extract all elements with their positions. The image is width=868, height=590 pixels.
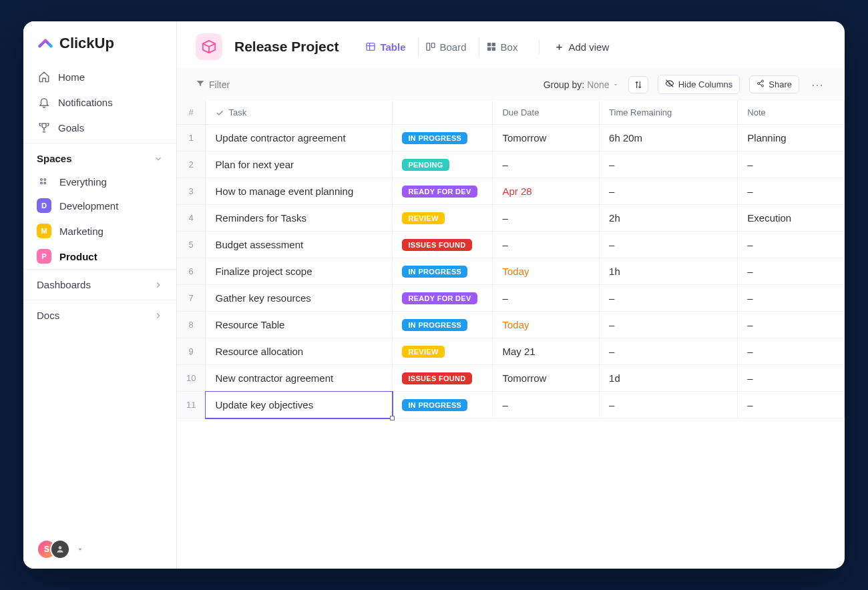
sidebar-item-marketing[interactable]: MMarketing xyxy=(23,218,176,244)
due-date-cell[interactable]: – xyxy=(493,152,600,178)
table-row[interactable]: 1Update contractor agreementIN PROGRESST… xyxy=(177,125,845,152)
logo[interactable]: ClickUp xyxy=(23,21,176,61)
column-header[interactable]: Task xyxy=(206,101,393,125)
status-cell[interactable]: IN PROGRESS xyxy=(393,125,493,152)
task-cell[interactable]: Finalize project scope xyxy=(206,258,393,285)
tab-box[interactable]: Box xyxy=(479,37,525,57)
due-date-cell[interactable]: Tomorrow xyxy=(493,365,600,392)
column-header[interactable]: Due Date xyxy=(493,101,600,125)
status-cell[interactable]: IN PROGRESS xyxy=(393,258,493,285)
groupby-selector[interactable]: Group by: None xyxy=(544,79,619,90)
note-cell[interactable]: – xyxy=(738,178,845,205)
task-cell[interactable]: Plan for next year xyxy=(206,152,393,178)
time-remaining-cell[interactable]: 2h xyxy=(600,205,738,232)
status-cell[interactable]: REVIEW xyxy=(393,205,493,232)
table-row[interactable]: 11Update key objectivesIN PROGRESS––– xyxy=(177,392,845,418)
table-row[interactable]: 7Gather key resourcesREADY FOR DEV––– xyxy=(177,285,845,312)
table-row[interactable]: 6Finalize project scopeIN PROGRESSToday1… xyxy=(177,258,845,285)
due-date-cell[interactable]: – xyxy=(493,232,600,258)
status-cell[interactable]: PENDING xyxy=(393,152,493,178)
task-cell[interactable]: Gather key resources xyxy=(206,285,393,312)
task-cell[interactable]: Update contractor agreement xyxy=(206,125,393,152)
note-cell[interactable]: Planning xyxy=(738,125,845,152)
task-cell[interactable]: Resource allocation xyxy=(206,338,393,365)
note-cell[interactable]: – xyxy=(738,392,845,418)
add-view-button[interactable]: ＋ Add view xyxy=(554,41,609,53)
status-cell[interactable]: ISSUES FOUND xyxy=(393,232,493,258)
status-cell[interactable]: IN PROGRESS xyxy=(393,392,493,418)
note-cell[interactable]: – xyxy=(738,365,845,392)
note-cell[interactable]: – xyxy=(738,232,845,258)
share-button[interactable]: Share xyxy=(749,75,799,93)
sidebar-item-everything[interactable]: Everything xyxy=(23,171,176,193)
time-remaining-cell[interactable]: – xyxy=(600,232,738,258)
due-date-cell[interactable]: Today xyxy=(493,312,600,338)
time-remaining-cell[interactable]: 6h 20m xyxy=(600,125,738,152)
note-cell[interactable]: – xyxy=(738,338,845,365)
status-cell[interactable]: REVIEW xyxy=(393,338,493,365)
caret-down-icon[interactable] xyxy=(75,545,85,554)
due-date-cell[interactable]: – xyxy=(493,285,600,312)
row-number: 1 xyxy=(177,125,206,152)
column-header[interactable]: Time Remaining xyxy=(600,101,738,125)
table-row[interactable]: 8Resource TableIN PROGRESSToday–– xyxy=(177,312,845,338)
tab-board[interactable]: Board xyxy=(418,37,473,57)
spaces-header[interactable]: Spaces xyxy=(23,143,176,171)
table-row[interactable]: 3How to manage event planningREADY FOR D… xyxy=(177,178,845,205)
due-date-cell[interactable]: Apr 28 xyxy=(493,178,600,205)
column-header[interactable] xyxy=(393,101,493,125)
due-date-cell[interactable]: Tomorrow xyxy=(493,125,600,152)
due-date-cell[interactable]: May 21 xyxy=(493,338,600,365)
tab-table[interactable]: Table xyxy=(359,37,412,57)
cell-resize-handle[interactable] xyxy=(390,416,395,420)
sort-button[interactable] xyxy=(628,76,648,93)
status-cell[interactable]: IN PROGRESS xyxy=(393,312,493,338)
sidebar-item-dashboards[interactable]: Dashboards xyxy=(23,269,176,300)
table-row[interactable]: 10New contractor agreementISSUES FOUNDTo… xyxy=(177,365,845,392)
due-date-cell[interactable]: – xyxy=(493,392,600,418)
task-cell[interactable]: How to manage event planning xyxy=(206,178,393,205)
task-cell[interactable]: New contractor agreement xyxy=(206,365,393,392)
sidebar-item-goals[interactable]: Goals xyxy=(29,115,171,140)
task-cell[interactable]: Budget assessment xyxy=(206,232,393,258)
hide-columns-button[interactable]: Hide Columns xyxy=(658,75,740,94)
due-date-cell[interactable]: – xyxy=(493,205,600,232)
column-header[interactable]: # xyxy=(177,101,206,125)
note-cell[interactable]: – xyxy=(738,312,845,338)
chevron-right-icon xyxy=(154,311,163,320)
sidebar-item-docs[interactable]: Docs xyxy=(23,300,176,330)
column-header[interactable]: Note xyxy=(738,101,845,125)
time-remaining-cell[interactable]: – xyxy=(600,392,738,418)
note-cell[interactable]: – xyxy=(738,258,845,285)
sidebar-item-notifications[interactable]: Notifications xyxy=(29,89,171,115)
task-cell[interactable]: Update key objectives xyxy=(206,392,393,418)
time-remaining-cell[interactable]: 1d xyxy=(600,365,738,392)
sidebar-item-label: Goals xyxy=(58,122,84,133)
table-row[interactable]: 2Plan for next yearPENDING––– xyxy=(177,152,845,178)
sidebar-item-product[interactable]: PProduct xyxy=(23,244,176,269)
sidebar-item-development[interactable]: DDevelopment xyxy=(23,193,176,218)
task-cell[interactable]: Resource Table xyxy=(206,312,393,338)
task-cell[interactable]: Reminders for Tasks xyxy=(206,205,393,232)
time-remaining-cell[interactable]: – xyxy=(600,338,738,365)
sidebar-item-home[interactable]: Home xyxy=(29,64,171,89)
note-cell[interactable]: – xyxy=(738,152,845,178)
caret-down-icon xyxy=(612,79,619,90)
table-row[interactable]: 4Reminders for TasksREVIEW–2hExecution xyxy=(177,205,845,232)
status-cell[interactable]: ISSUES FOUND xyxy=(393,365,493,392)
avatar-stack[interactable]: S xyxy=(37,539,70,559)
table-row[interactable]: 9Resource allocationREVIEWMay 21–– xyxy=(177,338,845,365)
time-remaining-cell[interactable]: – xyxy=(600,312,738,338)
time-remaining-cell[interactable]: – xyxy=(600,285,738,312)
time-remaining-cell[interactable]: 1h xyxy=(600,258,738,285)
status-cell[interactable]: READY FOR DEV xyxy=(393,178,493,205)
time-remaining-cell[interactable]: – xyxy=(600,152,738,178)
note-cell[interactable]: – xyxy=(738,285,845,312)
due-date-cell[interactable]: Today xyxy=(493,258,600,285)
note-cell[interactable]: Execution xyxy=(738,205,845,232)
status-cell[interactable]: READY FOR DEV xyxy=(393,285,493,312)
table-row[interactable]: 5Budget assessmentISSUES FOUND––– xyxy=(177,232,845,258)
filter-button[interactable]: Filter xyxy=(196,79,230,90)
time-remaining-cell[interactable]: – xyxy=(600,178,738,205)
more-button[interactable]: ⋯ xyxy=(809,77,826,92)
